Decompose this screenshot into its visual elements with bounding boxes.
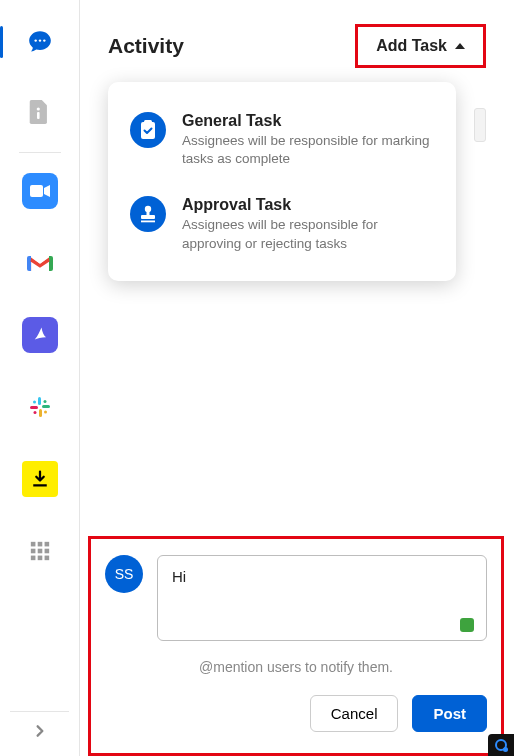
svg-rect-30 xyxy=(141,221,155,223)
svg-rect-7 xyxy=(38,397,41,405)
svg-rect-9 xyxy=(39,409,42,417)
comment-input[interactable]: Hi xyxy=(157,555,487,641)
slack-icon xyxy=(28,395,52,419)
post-button[interactable]: Post xyxy=(412,695,487,732)
widget-icon xyxy=(495,739,507,751)
svg-rect-29 xyxy=(141,215,155,219)
caret-up-icon xyxy=(455,43,465,49)
svg-point-13 xyxy=(44,411,47,414)
svg-rect-21 xyxy=(44,549,49,554)
chat-bubble-icon xyxy=(27,29,53,55)
video-camera-icon xyxy=(30,184,50,198)
apps-grid-icon xyxy=(29,540,51,562)
stamp-icon xyxy=(130,196,166,232)
comment-text: Hi xyxy=(172,568,186,585)
dropdown-item-desc: Assignees will be responsible for markin… xyxy=(182,132,434,168)
download-icon xyxy=(31,470,49,488)
gmail-icon xyxy=(27,253,53,273)
clipboard-check-icon xyxy=(130,112,166,148)
dropdown-item-title: General Task xyxy=(182,112,434,130)
sidebar-item-slack[interactable] xyxy=(22,389,58,425)
sidebar-item-chat[interactable] xyxy=(22,24,58,60)
add-task-dropdown: General Task Assignees will be responsib… xyxy=(108,82,456,281)
svg-rect-24 xyxy=(44,556,49,561)
chevron-right-icon xyxy=(33,724,47,738)
add-task-label: Add Task xyxy=(376,37,447,55)
dropdown-item-title: Approval Task xyxy=(182,196,434,214)
svg-point-12 xyxy=(43,400,46,403)
svg-point-0 xyxy=(34,39,36,41)
sidebar-item-info[interactable] xyxy=(22,96,58,132)
svg-rect-8 xyxy=(42,405,50,408)
svg-point-1 xyxy=(38,39,40,41)
avatar: SS xyxy=(105,555,143,593)
comment-box-highlight: SS Hi @mention users to notify them. Can… xyxy=(88,536,504,756)
sidebar-item-video[interactable] xyxy=(22,173,58,209)
svg-point-11 xyxy=(33,401,36,404)
svg-point-3 xyxy=(36,107,39,110)
sidebar-item-gmail[interactable] xyxy=(22,245,58,281)
svg-rect-23 xyxy=(37,556,42,561)
svg-rect-10 xyxy=(30,406,38,409)
dropdown-item-desc: Assignees will be responsible for approv… xyxy=(182,216,434,252)
sidebar-divider xyxy=(19,152,61,153)
page-title: Activity xyxy=(108,34,184,58)
dropdown-item-general-task[interactable]: General Task Assignees will be responsib… xyxy=(130,104,434,176)
svg-rect-26 xyxy=(144,120,152,124)
info-doc-icon xyxy=(28,100,52,128)
svg-rect-25 xyxy=(141,122,155,139)
svg-rect-20 xyxy=(37,549,42,554)
svg-rect-22 xyxy=(30,556,35,561)
sidebar-expand-button[interactable] xyxy=(10,711,69,738)
svg-rect-4 xyxy=(37,112,40,119)
app-sidebar xyxy=(0,0,80,756)
dropdown-item-approval-task[interactable]: Approval Task Assignees will be responsi… xyxy=(130,188,434,260)
partial-hidden-element xyxy=(474,108,486,142)
sidebar-item-download[interactable] xyxy=(22,461,58,497)
svg-rect-17 xyxy=(37,542,42,547)
cancel-button[interactable]: Cancel xyxy=(310,695,399,732)
sidebar-item-apps[interactable] xyxy=(22,533,58,569)
svg-point-14 xyxy=(33,411,36,414)
svg-point-2 xyxy=(43,39,45,41)
corner-widget[interactable] xyxy=(488,734,514,756)
add-task-highlight: Add Task xyxy=(355,24,486,68)
sidebar-item-pdf[interactable] xyxy=(22,317,58,353)
svg-rect-19 xyxy=(30,549,35,554)
mention-hint: @mention users to notify them. xyxy=(105,659,487,675)
svg-rect-15 xyxy=(33,484,47,486)
input-indicator-icon xyxy=(460,618,474,632)
svg-rect-16 xyxy=(30,542,35,547)
svg-rect-18 xyxy=(44,542,49,547)
add-task-button[interactable]: Add Task xyxy=(360,29,481,63)
pdf-icon xyxy=(31,326,49,344)
svg-rect-5 xyxy=(30,185,43,197)
